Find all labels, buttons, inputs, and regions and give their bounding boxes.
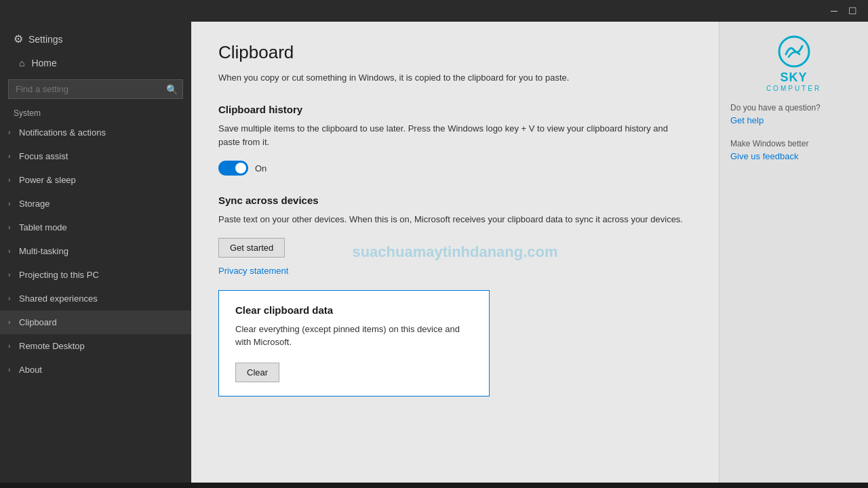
sync-title: Sync across devices: [218, 195, 692, 206]
sky-logo-area: SKY COMPUTER: [730, 35, 857, 92]
chevron-icon: ›: [8, 152, 10, 160]
chevron-icon: ›: [8, 224, 10, 231]
clipboard-history-title: Clipboard history: [218, 104, 692, 115]
sidebar-item-about[interactable]: › About: [0, 358, 191, 382]
sidebar-item-shared[interactable]: › Shared experiences: [0, 287, 191, 310]
chevron-icon: ›: [8, 295, 10, 302]
page-title: Clipboard: [218, 42, 692, 63]
chevron-icon: ›: [8, 319, 10, 326]
search-input[interactable]: [8, 79, 183, 99]
page-description: When you copy or cut something in Window…: [218, 71, 692, 85]
toggle-label: On: [255, 163, 267, 174]
sidebar-item-multitasking[interactable]: › Multi-tasking: [0, 239, 191, 263]
sidebar-item-projecting[interactable]: › Projecting to this PC: [0, 263, 191, 287]
sidebar-item-home[interactable]: ⌂ Home: [0, 51, 191, 75]
get-started-button[interactable]: Get started: [218, 238, 285, 258]
taskbar: [0, 483, 868, 488]
window-chrome: ─ ☐: [0, 0, 868, 22]
settings-icon: ⚙: [14, 33, 23, 45]
chevron-icon: ›: [8, 271, 10, 279]
get-help-link[interactable]: Get help: [730, 115, 857, 125]
sidebar-header: ⚙ Settings: [0, 22, 191, 51]
search-box[interactable]: 🔍: [8, 79, 183, 99]
sidebar-section-system: System: [0, 103, 191, 121]
give-feedback-link[interactable]: Give us feedback: [730, 151, 857, 161]
chevron-icon: ›: [8, 129, 10, 136]
chevron-icon: ›: [8, 176, 10, 184]
right-panel: SKY COMPUTER Do you have a question? Get…: [719, 22, 868, 483]
sky-logo-icon: [778, 35, 810, 68]
sidebar-item-clipboard[interactable]: › Clipboard: [0, 310, 191, 334]
minimize-button[interactable]: ─: [825, 0, 843, 22]
sidebar-item-remote[interactable]: › Remote Desktop: [0, 334, 191, 358]
clear-card-title: Clear clipboard data: [235, 304, 473, 316]
sidebar-item-power[interactable]: › Power & sleep: [0, 168, 191, 192]
sync-description: Paste text on your other devices. When t…: [218, 213, 692, 227]
home-icon: ⌂: [19, 58, 24, 68]
sidebar-item-tablet[interactable]: › Tablet mode: [0, 216, 191, 239]
chevron-icon: ›: [8, 342, 10, 350]
make-better-label: Make Windows better: [730, 139, 857, 148]
clipboard-history-toggle-row: On: [218, 161, 692, 176]
watermark: suachuamaytinhdanang.com: [352, 243, 557, 261]
clear-card-description: Clear everything (except pinned items) o…: [235, 323, 473, 349]
maximize-button[interactable]: ☐: [843, 0, 863, 22]
main-content: suachuamaytinhdanang.com Clipboard When …: [191, 22, 719, 483]
sidebar: ⚙ Settings ⌂ Home 🔍 System › Notificatio…: [0, 22, 191, 483]
clear-clipboard-card: Clear clipboard data Clear everything (e…: [218, 290, 490, 396]
sky-name: SKY: [730, 70, 857, 85]
sidebar-item-storage[interactable]: › Storage: [0, 192, 191, 216]
sidebar-title: Settings: [28, 34, 63, 45]
toggle-knob: [235, 163, 246, 174]
chevron-icon: ›: [8, 366, 10, 373]
clipboard-history-toggle[interactable]: [218, 161, 248, 176]
clear-button[interactable]: Clear: [235, 363, 279, 382]
chevron-icon: ›: [8, 247, 10, 255]
right-panel-question: Do you have a question?: [730, 103, 857, 113]
privacy-link[interactable]: Privacy statement: [218, 266, 288, 276]
chevron-icon: ›: [8, 200, 10, 207]
clipboard-history-description: Save multiple items to the clipboard to …: [218, 122, 692, 150]
sidebar-item-notifications[interactable]: › Notifications & actions: [0, 121, 191, 144]
search-icon: 🔍: [166, 84, 178, 95]
sidebar-item-focus[interactable]: › Focus assist: [0, 144, 191, 168]
sky-sub: COMPUTER: [730, 85, 857, 92]
